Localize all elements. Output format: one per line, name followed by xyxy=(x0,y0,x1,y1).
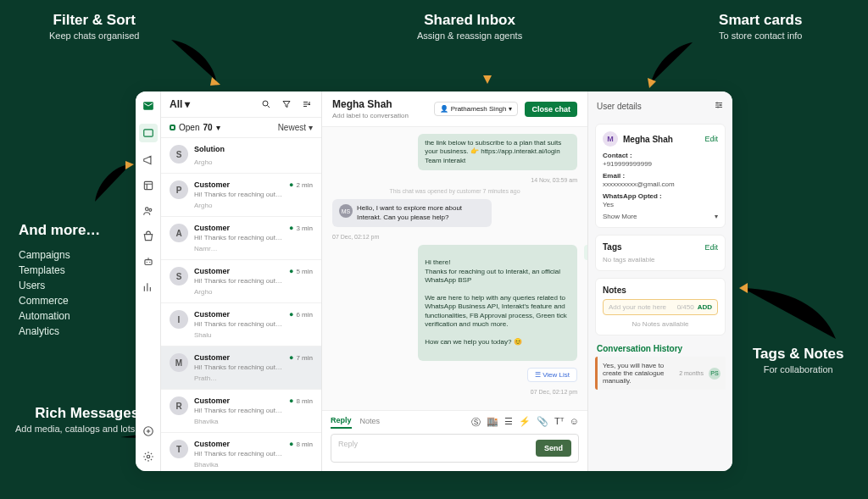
nav-chats-icon[interactable] xyxy=(139,124,158,142)
chevron-down-icon: ▾ xyxy=(509,105,512,113)
nav-users-icon[interactable] xyxy=(141,203,156,219)
add-note-button[interactable]: ADD xyxy=(698,303,712,311)
callout-more-item: Campaigns xyxy=(19,247,100,263)
conversation-item[interactable]: S Solution Argho xyxy=(161,138,321,174)
svg-marker-1 xyxy=(483,75,492,84)
attachment-icon[interactable]: 📎 xyxy=(537,416,548,429)
search-icon[interactable] xyxy=(260,98,272,110)
svg-marker-3 xyxy=(125,161,134,169)
show-more-button[interactable]: Show More▾ xyxy=(603,213,718,220)
reply-input[interactable]: Reply Send xyxy=(331,434,579,463)
catalog-icon[interactable]: 🏬 xyxy=(487,416,498,429)
avatar: I xyxy=(170,310,188,329)
sort-dropdown[interactable]: Newest ▾ xyxy=(278,123,313,132)
chevron-down-icon: ▾ xyxy=(216,123,220,132)
chat-subtitle[interactable]: Add label to conversation xyxy=(332,112,409,119)
nav-settings-icon[interactable] xyxy=(141,449,156,464)
emoji-icon[interactable]: ☺ xyxy=(570,416,579,429)
svg-rect-10 xyxy=(144,260,151,265)
avatar: M xyxy=(170,353,188,372)
msg-out: Hi there! Thanks for reaching out to Int… xyxy=(418,245,577,361)
catalog-icon[interactable]: 🛍 xyxy=(584,245,587,260)
edit-tags-button[interactable]: Edit xyxy=(704,243,718,252)
callout-tags-title: Tags & Notes xyxy=(753,346,843,363)
svg-marker-5 xyxy=(739,283,748,293)
callout-smart-sub: To store contact info xyxy=(719,30,802,41)
tags-card: Tags Edit No tags available xyxy=(595,235,726,271)
svg-rect-7 xyxy=(144,181,152,189)
user-icon: 👤 xyxy=(440,105,448,113)
assign-dropdown[interactable]: 👤 Prathamesh Singh ▾ xyxy=(434,102,519,116)
history-title: Conversation History xyxy=(595,342,726,357)
chevron-down-icon: ▾ xyxy=(309,123,313,132)
list-icon[interactable]: ☰ xyxy=(504,416,513,429)
app-window: All ▾ Open 70 ▾ Newest ▾ S Solut xyxy=(136,91,732,471)
msg-in: MS Hello, I want to explore more about I… xyxy=(332,199,492,227)
chat-title: Megha Shah xyxy=(332,98,409,110)
avatar: MS xyxy=(339,204,353,218)
nav-automation-icon[interactable] xyxy=(141,254,156,269)
bolt-icon[interactable]: ⚡ xyxy=(519,416,531,429)
svg-point-9 xyxy=(148,208,151,211)
callout-more-item: Analytics xyxy=(19,324,100,339)
nav-templates-icon[interactable] xyxy=(141,178,156,193)
send-button[interactable]: Send xyxy=(536,440,571,457)
adjust-icon[interactable] xyxy=(714,100,724,112)
conversation-item[interactable]: R Customer● 8 min Hi! Thanks for reachin… xyxy=(161,390,321,433)
filter-icon[interactable] xyxy=(281,98,292,110)
avatar: A xyxy=(170,224,188,242)
sidebar-nav xyxy=(136,91,161,471)
conversation-item[interactable]: P Customer● 2 min Hi! Thanks for reachin… xyxy=(161,174,321,217)
avatar: M xyxy=(603,131,618,147)
avatar: S xyxy=(170,145,188,164)
close-chat-button[interactable]: Close chat xyxy=(525,102,577,117)
user-card: M Megha Shah Edit Contact :+919999999999… xyxy=(595,124,726,228)
svg-point-17 xyxy=(720,104,721,106)
sort-icon[interactable] xyxy=(301,98,313,110)
format-icon[interactable]: Tᵀ xyxy=(554,416,564,429)
tags-title: Tags xyxy=(603,242,622,252)
nav-add-icon[interactable] xyxy=(141,424,156,439)
avatar: T xyxy=(170,440,188,458)
conversation-item[interactable]: T Customer● 8 min Hi! Thanks for reachin… xyxy=(161,433,321,471)
history-item[interactable]: Yes, you will have to create the catalog… xyxy=(595,357,726,390)
svg-point-8 xyxy=(145,208,148,211)
notes-empty: No Notes available xyxy=(603,320,718,328)
notes-card: Notes Add your note here 0/450ADD No Not… xyxy=(595,278,726,335)
callout-tags-sub: For collaboration xyxy=(753,364,843,374)
callout-more-item: Commerce xyxy=(19,293,100,308)
callout-smart-title: Smart cards xyxy=(719,12,802,29)
view-list-button[interactable]: ☰ View List xyxy=(527,368,577,382)
details-panel: User details M Megha Shah Edit Contact :… xyxy=(588,91,732,471)
svg-marker-2 xyxy=(648,78,656,88)
nav-inbox-icon[interactable] xyxy=(141,98,156,114)
user-name: Megha Shah xyxy=(623,135,699,144)
callout-shared-title: Shared Inbox xyxy=(417,12,522,29)
conversation-item[interactable]: I Customer● 6 min Hi! Thanks for reachin… xyxy=(161,303,321,347)
msg-timestamp: 14 Nov, 03:59 am xyxy=(531,177,577,183)
nav-commerce-icon[interactable] xyxy=(141,229,156,244)
edit-user-button[interactable]: Edit xyxy=(704,135,718,143)
filter-all-dropdown[interactable]: All ▾ xyxy=(170,98,190,110)
nav-broadcast-icon[interactable] xyxy=(141,152,156,168)
note-input[interactable]: Add your note here 0/450ADD xyxy=(603,299,718,315)
svg-point-15 xyxy=(263,101,268,106)
callout-filter-title: Filter & Sort xyxy=(49,12,139,29)
open-filter[interactable]: Open 70 ▾ xyxy=(170,123,220,132)
nav-analytics-icon[interactable] xyxy=(141,280,156,295)
callout-more-item: Templates xyxy=(19,263,100,278)
conversation-item[interactable]: A Customer● 3 min Hi! Thanks for reachin… xyxy=(161,217,321,260)
callout-more-title: And more… xyxy=(19,222,100,239)
callout-shared-sub: Assign & reassign agents xyxy=(417,30,522,41)
conversation-item[interactable]: S Customer● 5 min Hi! Thanks for reachin… xyxy=(161,260,321,303)
notes-tab[interactable]: Notes xyxy=(360,417,381,428)
msg-timestamp: 07 Dec, 02:12 pm xyxy=(332,234,577,240)
reply-tab[interactable]: Reply xyxy=(331,416,352,429)
svg-rect-6 xyxy=(143,130,153,136)
quick-reply-icon[interactable]: Ⓢ xyxy=(471,416,481,429)
compose-area: Reply Notes Ⓢ 🏬 ☰ ⚡ 📎 Tᵀ ☺ Reply Send xyxy=(322,410,587,471)
user-details-header: User details xyxy=(597,102,642,111)
svg-point-16 xyxy=(716,103,718,104)
msg-out: the link below to subscribe to a plan th… xyxy=(418,134,577,170)
conversation-item[interactable]: M Customer● 7 min Hi! Thanks for reachin… xyxy=(161,347,321,390)
